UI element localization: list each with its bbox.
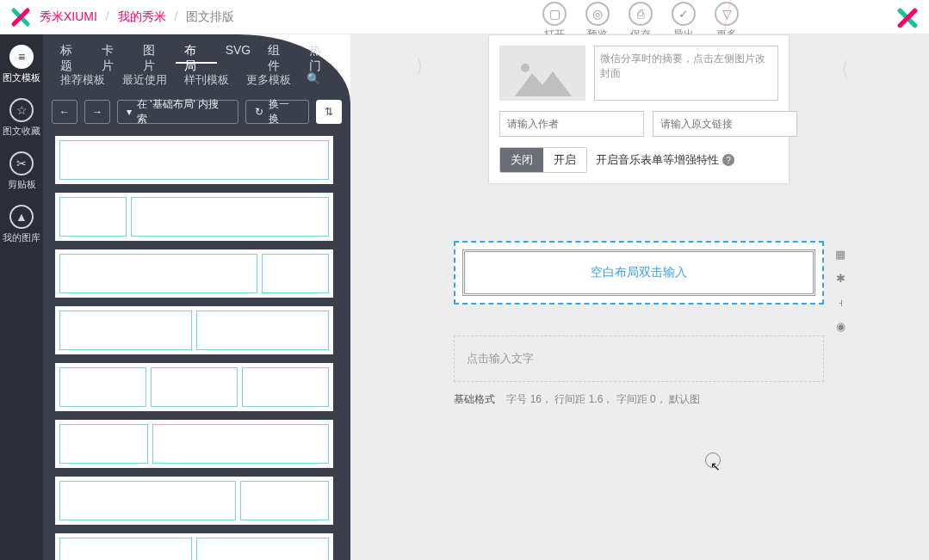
layout-cell [59, 367, 146, 407]
layout-cell [151, 367, 238, 407]
arrow-right-icon: → [92, 106, 102, 118]
templates-icon: ≡ [9, 45, 34, 69]
subtab-search[interactable]: 🔍 [300, 69, 327, 93]
layout-cell [59, 538, 192, 560]
refresh-button[interactable]: ↻ 换一换 [245, 100, 309, 124]
block-side-tools: ▦ ✱ ⫞ ◉ [833, 246, 848, 334]
tab-image[interactable]: 图片 [134, 40, 176, 64]
subtab-more[interactable]: 更多模板 [238, 69, 300, 93]
layout-cell [262, 254, 329, 293]
abstract-input[interactable]: 微信分享时的摘要，点击左侧图片改封面 [594, 46, 778, 101]
layout-cell [152, 424, 329, 464]
layout-template[interactable] [55, 533, 333, 560]
rail-templates[interactable]: ≡ 图文模板 [3, 45, 40, 83]
enhance-toggle[interactable]: 关闭 开启 [499, 147, 587, 173]
layout-cell [196, 311, 329, 350]
blank-layout-hint: 空白布局双击输入 [462, 249, 815, 296]
base-format-line: 基础格式 字号 16， 行间距 1.6， 字间距 0， 默认图 [454, 392, 700, 407]
tab-layout[interactable]: 布局 [176, 40, 217, 64]
layout-template-list[interactable] [43, 129, 350, 560]
svg-marker-0 [515, 71, 572, 96]
check-icon: ✓ [672, 2, 696, 26]
layout-template[interactable] [55, 193, 333, 241]
template-panel: 标题 卡片 图片 布局 SVG 组件 热门 推荐模板 最近使用 样刊模板 更多模… [43, 34, 350, 560]
text-block-placeholder[interactable]: 点击输入文字 [454, 335, 824, 382]
left-rail: ≡ 图文模板 ☆ 图文收藏 ✂ 剪贴板 ▲ 我的图库 [0, 34, 43, 560]
cover-placeholder[interactable] [499, 46, 585, 101]
breadcrumb-sep: / [106, 9, 109, 23]
toggle-hint: 开启音乐表单等增强特性 [596, 152, 719, 168]
tab-widget[interactable]: 组件 [259, 40, 300, 64]
breadcrumb: 秀米XIUMI / 我的秀米 / 图文排版 [40, 9, 234, 25]
layout-cell [59, 140, 329, 180]
tab-svg[interactable]: SVG [217, 40, 260, 64]
brand-logo-right[interactable] [896, 7, 919, 32]
layout-template[interactable] [55, 477, 333, 525]
layout-template[interactable] [55, 363, 333, 411]
layout-cell [131, 197, 329, 237]
tab-title[interactable]: 标题 [52, 40, 93, 64]
subtab-recommended[interactable]: 推荐模板 [52, 69, 114, 93]
layout-cell [59, 481, 236, 520]
grid-icon[interactable]: ▦ [833, 246, 848, 262]
filter-icon: ▾ [127, 106, 132, 118]
toggle-on[interactable]: 开启 [543, 148, 586, 172]
tab-hot[interactable]: 热门 [300, 40, 342, 64]
breadcrumb-brand[interactable]: 秀米XIUMI [40, 9, 97, 23]
layout-cell [59, 311, 192, 350]
preview-icon: ◎ [585, 2, 610, 26]
source-url-input[interactable] [653, 111, 797, 137]
search-icon: 🔍 [307, 72, 320, 85]
rail-gallery[interactable]: ▲ 我的图库 [3, 205, 40, 243]
toggle-off[interactable]: 关闭 [500, 148, 543, 172]
article-meta-card: 微信分享时的摘要，点击左侧图片改封面 关闭 开启 开启音乐表单等增强特性 ? [488, 34, 790, 184]
layout-cell [240, 481, 329, 520]
chevron-down-icon: ▽ [715, 2, 739, 26]
sort-button[interactable]: ⇅ [316, 100, 342, 124]
svg-point-1 [521, 64, 530, 72]
layout-template[interactable] [55, 136, 333, 184]
breadcrumb-sep: / [174, 9, 177, 23]
refresh-icon: ↻ [255, 106, 263, 118]
mountain-icon [508, 58, 577, 101]
brand-logo [10, 7, 31, 28]
panel-toolbar: ← → ▾ 在 '基础布局' 内搜索 ↻ 换一换 ⇅ [43, 93, 350, 129]
filter-search-button[interactable]: ▾ 在 '基础布局' 内搜索 [117, 100, 238, 124]
layout-cell [196, 538, 329, 560]
folder-icon: ▢ [542, 2, 567, 26]
layout-cell [59, 254, 257, 293]
scissors-icon: ✂ [9, 151, 34, 175]
layout-template[interactable] [55, 420, 333, 468]
layout-cell [59, 197, 127, 237]
tab-card[interactable]: 卡片 [93, 40, 134, 64]
author-input[interactable] [499, 111, 644, 137]
nav-back-button[interactable]: ← [52, 100, 77, 124]
breadcrumb-current: 图文排版 [186, 9, 234, 23]
base-format-label[interactable]: 基础格式 [454, 393, 495, 405]
subtab-recent[interactable]: 最近使用 [114, 69, 176, 93]
rail-favorites[interactable]: ☆ 图文收藏 [3, 98, 40, 136]
eye-icon[interactable]: ◉ [833, 318, 848, 334]
layout-template[interactable] [55, 306, 333, 354]
layout-cell [59, 424, 148, 464]
layout-template[interactable] [55, 249, 333, 298]
sort-icon: ⇅ [325, 106, 333, 118]
subtab-sample[interactable]: 样刊模板 [176, 69, 238, 93]
editor-canvas[interactable]: ⟩ ⟨ 微信分享时的摘要，点击左侧图片改封面 关闭 开启 开启音乐表单等增强特性… [350, 34, 929, 560]
top-bar: 秀米XIUMI / 我的秀米 / 图文排版 [0, 0, 929, 34]
rail-clipboard[interactable]: ✂ 剪贴板 [8, 151, 36, 189]
star-icon: ☆ [9, 98, 34, 122]
panel-tabs: 标题 卡片 图片 布局 SVG 组件 热门 [43, 34, 350, 64]
chart-icon[interactable]: ⫞ [833, 294, 848, 310]
mountain-icon: ▲ [9, 205, 34, 229]
nav-forward-button[interactable]: → [84, 100, 110, 124]
gear-icon[interactable]: ✱ [833, 270, 848, 286]
selected-layout-block[interactable]: 空白布局双击输入 [454, 241, 824, 305]
cursor-arrow-icon: ↖ [710, 459, 721, 473]
handle-right-icon[interactable]: ⟨ [841, 58, 849, 81]
save-icon: ⎙ [629, 2, 653, 26]
breadcrumb-mine[interactable]: 我的秀米 [118, 9, 166, 23]
arrow-left-icon: ← [59, 106, 70, 118]
help-icon[interactable]: ? [722, 154, 734, 166]
handle-left-icon[interactable]: ⟩ [416, 55, 424, 77]
